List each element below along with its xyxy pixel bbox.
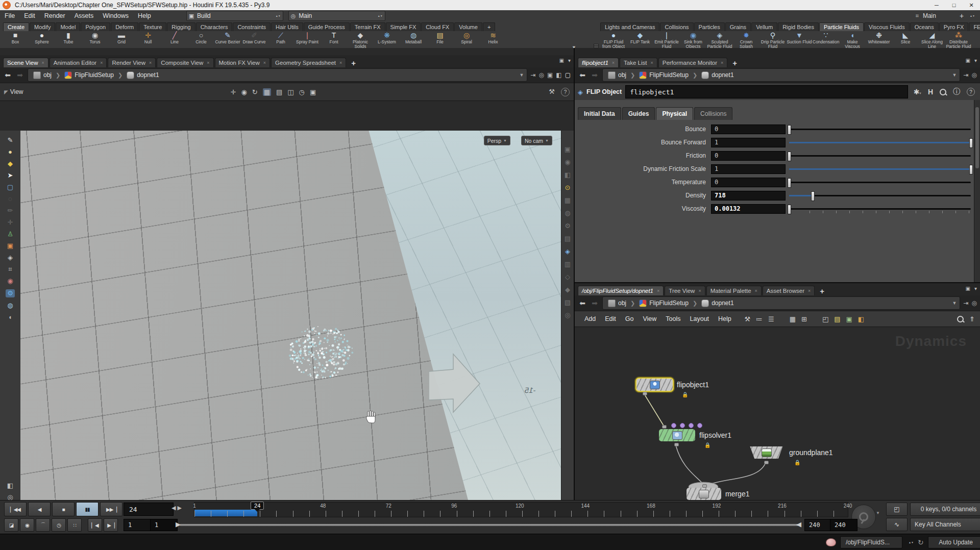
network-canvas[interactable]: Dynamics flipobject1🔒flipsolver1🔒groundp…	[575, 327, 980, 501]
solver-data-dot[interactable]	[697, 423, 702, 428]
shelf-tool-tube[interactable]: ▮Tube	[55, 31, 82, 44]
next-key-button[interactable]: ▶▕	[104, 518, 118, 532]
range-substart-field[interactable]: 1	[150, 519, 178, 531]
breadcrumb-flipfluidsetup[interactable]: FlipFluidSetup	[637, 299, 691, 307]
grid-toggle-icon[interactable]: ▤	[276, 88, 282, 96]
breadcrumb-dropdown-icon[interactable]: ▼	[952, 301, 957, 306]
param-slider[interactable]	[789, 151, 971, 161]
node-merge1[interactable]	[687, 488, 721, 500]
shelf-tab-pyro-fx[interactable]: Pyro FX	[939, 22, 969, 31]
view-layout-icon[interactable]: ◧	[7, 482, 13, 489]
pane-tab-render-view[interactable]: Render View×	[108, 58, 156, 67]
breadcrumb-dopnet1[interactable]: dopnet1	[699, 71, 736, 79]
pane-maximize-icon[interactable]: ▣	[966, 58, 970, 63]
shelf-tool-null[interactable]: ✛Null	[135, 31, 161, 44]
camera-lock-icon[interactable]: ◉	[565, 159, 570, 166]
net-up-icon[interactable]: ⇑	[969, 315, 975, 323]
node-input-dot[interactable]	[662, 425, 667, 429]
shelf-tab-oceans[interactable]: Oceans	[910, 22, 939, 31]
shelf-tool-sink-from-objects[interactable]: ◉Sink from Objects	[680, 31, 706, 49]
close-tab-icon[interactable]: ×	[149, 60, 152, 65]
net-menu-view[interactable]: View	[638, 315, 661, 322]
brush-tool-icon[interactable]: ✎	[8, 137, 13, 144]
shelf-tab-modify[interactable]: Modify	[30, 22, 55, 31]
playblast-icon[interactable]: ◷	[299, 88, 305, 96]
snapshot-ring-icon[interactable]: ◎	[565, 312, 570, 319]
param-value-field[interactable]: 718	[711, 191, 786, 201]
shelf-tab-particle-fluids[interactable]: Particle Fluids	[819, 22, 864, 31]
shelf-tab-deform[interactable]: Deform	[111, 22, 138, 31]
pane-maximize-icon[interactable]: ▣	[559, 58, 564, 63]
pane-tab-material-palette[interactable]: Material Palette×	[706, 286, 762, 295]
render-tools-icon[interactable]: ⚒	[549, 88, 555, 96]
new-pane-tab-button[interactable]: +	[728, 59, 741, 67]
shelf-tool-condensation[interactable]: ∵Condensation	[813, 31, 839, 44]
key-all-channels-select[interactable]: Key All Channels ▲▼	[910, 518, 980, 531]
param-value-field[interactable]: 0.00132	[711, 204, 786, 214]
camera-select-button[interactable]: No cam▼	[521, 136, 552, 145]
net-badge-icon[interactable]: ◰	[822, 315, 828, 323]
motion-path-icon[interactable]: ⌒	[36, 518, 50, 532]
pane-tab-take-list[interactable]: Take List×	[620, 58, 657, 67]
net-menu-tools[interactable]: Tools	[661, 315, 685, 322]
new-pane-tab-button[interactable]: +	[816, 287, 828, 295]
shelf-tab-rigging[interactable]: Rigging	[167, 22, 195, 31]
jump-end-button[interactable]: ▶▶▕	[100, 502, 122, 516]
node-label[interactable]: groundplane1	[789, 448, 833, 457]
desktop-scroll-arrows[interactable]: ▲▼	[970, 15, 975, 17]
node-flipobject1[interactable]	[636, 379, 673, 391]
slider-handle[interactable]	[969, 165, 973, 174]
pane-link-spinner[interactable]: ▲▼	[378, 15, 383, 17]
muscle-tool-icon[interactable]: ◉	[7, 278, 13, 285]
breadcrumb-dopnet1[interactable]: dopnet1	[699, 299, 736, 307]
points-icon[interactable]: ◇	[565, 273, 570, 281]
snapshot-icon[interactable]: ▣	[547, 71, 553, 79]
translate-tool-icon[interactable]: ◉	[241, 88, 247, 96]
maximize-button[interactable]: □	[945, 0, 963, 10]
stop-button[interactable]: ■	[52, 502, 75, 516]
range-end-field[interactable]: 240	[804, 519, 832, 531]
fluid-tool-icon[interactable]: ◍	[7, 302, 13, 309]
shelf-tool-box[interactable]: ■Box	[2, 31, 29, 44]
shelf-tool-metaball[interactable]: ◍Metaball	[400, 31, 427, 44]
close-tab-icon[interactable]: ×	[657, 288, 659, 293]
close-tab-icon[interactable]: ×	[808, 288, 811, 293]
select-arrow-icon[interactable]: ➤	[8, 172, 13, 179]
pane-tab-asset-browser[interactable]: Asset Browser×	[763, 286, 815, 295]
menu-render[interactable]: Render	[40, 12, 70, 19]
pane-tab-performance-monitor[interactable]: Performance Monitor×	[658, 58, 728, 67]
range-subend-field[interactable]: 240	[830, 519, 857, 531]
audio-icon[interactable]: ◉	[20, 518, 34, 532]
slider-handle[interactable]	[788, 178, 791, 188]
bone-tool-icon[interactable]: ⌗	[8, 266, 12, 273]
context-path-selector[interactable]: /obj/FlipFluidS...	[840, 536, 902, 548]
paint-tool-icon[interactable]: ◆	[8, 160, 13, 167]
shelf-tab-lights-and-cameras[interactable]: Lights and Cameras	[600, 22, 659, 31]
shelf-tab-polygon[interactable]: Polygon	[81, 22, 110, 31]
param-value-field[interactable]: 1	[711, 164, 786, 174]
node-label[interactable]: flipobject1	[677, 381, 709, 389]
breadcrumb-obj[interactable]: obj	[606, 71, 628, 79]
pane-tab-scene-view[interactable]: Scene View×	[3, 58, 48, 67]
context-path-spinner[interactable]: ▲▼	[909, 541, 914, 544]
slider-handle[interactable]	[788, 152, 791, 161]
close-tab-icon[interactable]: ×	[612, 60, 615, 65]
display-swatch-icon[interactable]: ▢	[565, 71, 571, 79]
shelf-tool-sculpted-particle-fluid[interactable]: ◈Sculpted Particle Fluid	[706, 31, 733, 49]
close-button[interactable]: ✕	[963, 0, 980, 10]
close-tab-icon[interactable]: ×	[100, 60, 103, 65]
net-grid-icon[interactable]: ▦	[790, 315, 796, 323]
move-tool-icon[interactable]: ✛	[8, 219, 13, 226]
net-menu-add[interactable]: Add	[580, 315, 600, 322]
close-tab-icon[interactable]: ×	[339, 60, 342, 65]
breadcrumb-flipfluidsetup[interactable]: FlipFluidSetup	[637, 71, 691, 79]
sim-tool-icon[interactable]: ⚙	[6, 289, 15, 297]
shelf-tab-cloud-fx[interactable]: Cloud FX	[421, 22, 454, 31]
shelf-tab-viscous-fluids[interactable]: Viscous Fluids	[864, 22, 910, 31]
background-icon[interactable]: ▤	[565, 235, 571, 242]
shelf-tool-sphere[interactable]: ●Sphere	[29, 31, 55, 44]
search-icon[interactable]	[940, 89, 946, 95]
close-tab-icon[interactable]: ×	[755, 288, 757, 293]
pause-button[interactable]: ▮▮	[76, 502, 99, 516]
desktop-selector-spinner[interactable]: ▲▼	[276, 15, 281, 17]
